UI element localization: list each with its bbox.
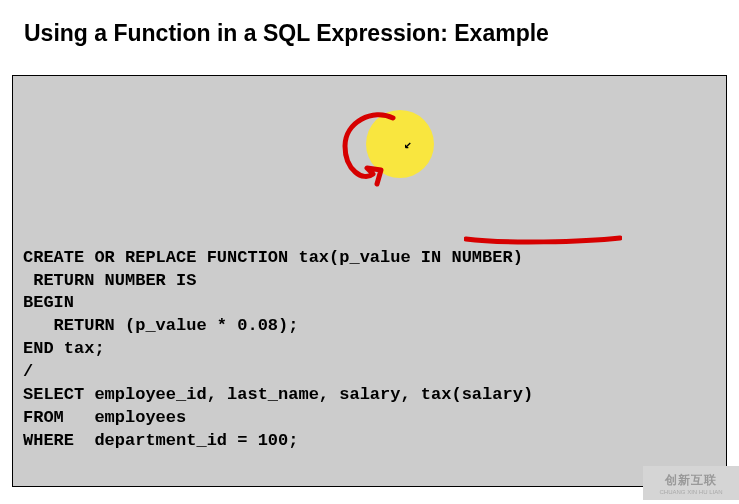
cursor-arrow-icon: ↙ <box>404 136 412 154</box>
code-line: SELECT employee_id, last_name, salary, t… <box>23 385 533 404</box>
code-line: WHERE department_id = 100; <box>23 431 298 450</box>
code-line: BEGIN <box>23 293 74 312</box>
code-line: RETURN (p_value * 0.08); <box>23 316 298 335</box>
watermark-logo: 创新互联 <box>665 472 717 489</box>
code-line: END tax; <box>23 339 105 358</box>
watermark: 创新互联 CHUANG XIN HU LIAN <box>643 466 739 500</box>
code-line: CREATE OR REPLACE FUNCTION tax(p_value I… <box>23 248 523 267</box>
page-title: Using a Function in a SQL Expression: Ex… <box>0 0 739 57</box>
code-line: FROM employees <box>23 408 186 427</box>
code-block: ↙ CREATE OR REPLACE FUNCTION tax(p_value… <box>12 75 727 487</box>
watermark-sub: CHUANG XIN HU LIAN <box>659 489 722 495</box>
code-line: / <box>23 362 33 381</box>
highlight-circle <box>366 110 434 178</box>
code-line: RETURN NUMBER IS <box>23 271 196 290</box>
